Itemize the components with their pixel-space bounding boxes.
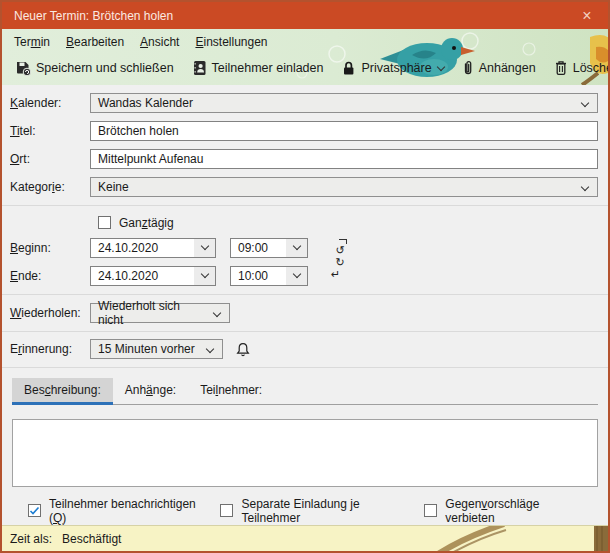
start-row: Beginn: 24.10.2020 09:00 [10,238,598,258]
window-title: Neuer Termin: Brötchen holen [14,9,173,23]
menubar: Termin Bearbeiten Ansicht Einstellungen [2,29,608,53]
checkmark-icon [29,506,40,516]
title-input[interactable] [90,121,598,141]
close-icon: × [582,7,591,25]
chevron-down-icon[interactable] [194,267,215,285]
start-label: Beginn: [10,241,90,255]
start-date-value: 24.10.2020 [91,239,194,257]
allday-label: Ganztägig [119,216,174,230]
end-time-value: 10:00 [231,267,286,285]
invite-attendees-button[interactable]: Teilnehmer einladen [183,57,333,79]
calendar-row: Kalender: Wandas Kalender [10,93,598,113]
time-as-value: Beschäftigt [62,532,121,546]
end-label: Ende: [10,269,90,283]
delete-label: Löschen [573,61,608,75]
end-time-input[interactable]: 10:00 [230,266,308,286]
bell-icon [236,342,250,357]
chevron-down-icon[interactable] [194,239,215,257]
chevron-down-icon [436,63,444,71]
notify-attendees-label: Teilnehmer benachrichtigen (Q) [49,497,199,525]
timezone-return-icon: ↵ [331,269,340,280]
reminder-label: Erinnerung: [10,342,90,356]
reminder-row: Erinnerung: 15 Minuten vorher [10,339,598,359]
branch-art [408,526,608,551]
new-event-dialog: Neuer Termin: Brötchen holen × [0,0,610,553]
chevron-down-icon [206,345,214,353]
lock-icon [341,60,356,76]
menu-toolbar-area: Termin Bearbeiten Ansicht Einstellungen … [2,29,608,85]
tab-beschreibung[interactable]: Beschreibung: [12,378,113,405]
save-and-close-label: Speichern und schließen [36,61,174,75]
repeat-row: Wiederholen: Wiederholt sich nicht [10,303,598,323]
calendar-select-value: Wandas Kalender [98,96,193,110]
separate-invitation-checkbox[interactable] [220,504,233,517]
allday-row: Ganztägig [98,216,598,230]
allday-checkbox[interactable] [98,216,111,229]
chevron-down-icon [213,308,221,316]
trash-icon [554,60,568,76]
close-button[interactable]: × [566,2,608,29]
privacy-button[interactable]: Privatsphäre [332,57,452,79]
invite-attendees-label: Teilnehmer einladen [212,61,324,75]
location-row: Ort: [10,149,598,169]
end-date-value: 24.10.2020 [91,267,194,285]
separator [2,205,608,206]
title-row: Titel: [10,121,598,141]
separate-invitation-label: Separate Einladung je Teilnehmer [241,497,403,525]
timezone-links[interactable]: ↺ ↻ ↵ [330,239,350,291]
address-book-icon [192,60,207,76]
end-row: Ende: 24.10.2020 10:00 [10,266,598,286]
attach-label: Anhängen [479,61,536,75]
save-close-icon [15,60,31,76]
separator [2,367,608,368]
forbid-counter-checkbox[interactable] [424,504,437,517]
notify-attendees-option[interactable]: Teilnehmer benachrichtigen (Q) [28,497,199,525]
menu-ansicht[interactable]: Ansicht [132,33,187,51]
time-as-label: Zeit als: [10,532,52,546]
chevron-down-icon[interactable] [286,239,307,257]
category-select[interactable]: Keine [90,177,598,197]
titlebar: Neuer Termin: Brötchen holen × [2,2,608,29]
separator [2,294,608,295]
notify-attendees-checkbox[interactable] [28,504,41,517]
menu-einstellungen[interactable]: Einstellungen [187,33,275,51]
save-and-close-button[interactable]: Speichern und schließen [6,57,183,79]
separate-invitation-option[interactable]: Separate Einladung je Teilnehmer [220,497,403,525]
chevron-down-icon[interactable] [286,267,307,285]
options-row: Teilnehmer benachrichtigen (Q) Separate … [28,497,598,525]
calendar-select[interactable]: Wandas Kalender [90,93,598,113]
description-textarea[interactable] [12,419,598,487]
menu-bearbeiten[interactable]: Bearbeiten [58,33,132,51]
end-date-input[interactable]: 24.10.2020 [90,266,216,286]
chevron-down-icon [581,183,589,191]
event-form: Kalender: Wandas Kalender Titel: Ort: Ka… [2,85,608,525]
calendar-label: Kalender: [10,96,90,110]
privacy-label: Privatsphäre [361,61,431,75]
repeat-select[interactable]: Wiederholt sich nicht [90,303,230,323]
reminder-select[interactable]: 15 Minuten vorher [90,339,223,359]
paperclip-icon [462,60,474,76]
category-label: Kategorie: [10,180,90,194]
datetime-section: Beginn: 24.10.2020 09:00 Ende: 24.10.202… [10,238,598,294]
forbid-counter-label: Gegenvorschläge verbieten [445,497,577,525]
category-select-value: Keine [98,180,129,194]
tab-teilnehmer[interactable]: Teilnehmer: [188,378,274,405]
start-time-input[interactable]: 09:00 [230,238,308,258]
start-time-value: 09:00 [231,239,286,257]
timezone-rotate-icon: ↻ [335,257,344,268]
chevron-down-icon [581,99,589,107]
reminder-bell [236,342,250,357]
repeat-label: Wiederholen: [10,306,90,320]
menu-termin[interactable]: Termin [6,33,58,51]
start-date-input[interactable]: 24.10.2020 [90,238,216,258]
location-input[interactable] [90,149,598,169]
category-row: Kategorie: Keine [10,177,598,197]
separator [2,331,608,332]
timezone-rotate-icon: ↺ [335,245,344,256]
reminder-select-value: 15 Minuten vorher [98,342,195,356]
tab-anhaenge[interactable]: Anhänge: [113,378,188,405]
forbid-counter-option[interactable]: Gegenvorschläge verbieten [424,497,577,525]
delete-button[interactable]: Löschen [545,57,608,79]
repeat-select-value: Wiederholt sich nicht [98,299,205,327]
attach-button[interactable]: Anhängen [453,57,545,79]
